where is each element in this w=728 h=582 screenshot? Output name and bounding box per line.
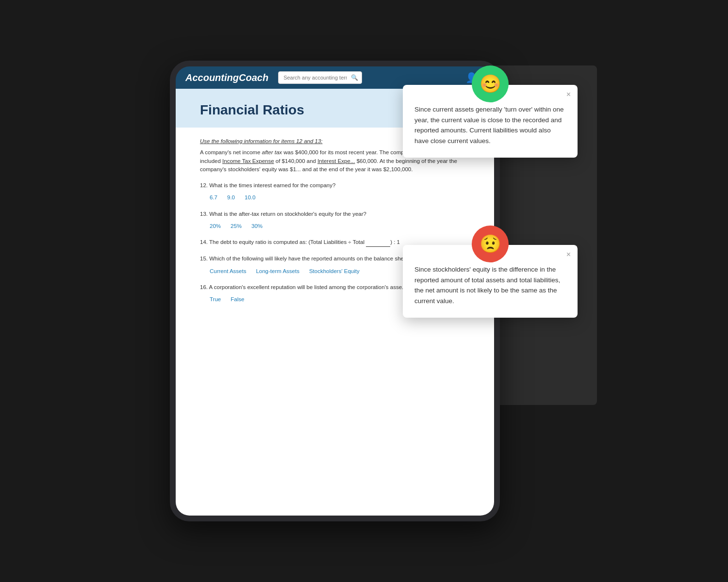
option-16-a[interactable]: True xyxy=(210,295,221,304)
happy-feedback-text: Since current assets generally 'turn ove… xyxy=(414,104,566,146)
close-happy-popup-button[interactable]: × xyxy=(566,91,571,98)
search-bar[interactable]: 🔍 xyxy=(278,71,362,84)
question-12-text: 12. What is the times interest earned fo… xyxy=(200,181,470,190)
fill-blank-14 xyxy=(366,238,390,247)
question-13-options: 20% 25% 30% xyxy=(200,222,470,230)
search-icon: 🔍 xyxy=(351,74,358,81)
question-13-text: 13. What is the after-tax return on stoc… xyxy=(200,210,470,218)
feedback-popup-incorrect: 😟 × Since stockholders' equity is the di… xyxy=(403,245,578,318)
option-15-b[interactable]: Long-term Assets xyxy=(256,267,299,275)
option-15-c[interactable]: Stockholders' Equity xyxy=(309,267,360,275)
close-sad-popup-button[interactable]: × xyxy=(566,251,571,259)
question-13: 13. What is the after-tax return on stoc… xyxy=(200,210,470,231)
logo-label: AccountingCoach xyxy=(185,72,268,83)
option-16-b[interactable]: False xyxy=(231,295,244,304)
option-15-a[interactable]: Current Assets xyxy=(210,267,246,275)
option-13-a[interactable]: 20% xyxy=(210,222,221,230)
question-12: 12. What is the times interest earned fo… xyxy=(200,181,470,202)
option-13-b[interactable]: 25% xyxy=(231,222,242,230)
option-13-c[interactable]: 30% xyxy=(251,222,263,230)
feedback-popup-correct: 😊 × Since current assets generally 'turn… xyxy=(403,85,578,158)
scene: AccountingCoach 🔍 👤 ▾ Financial Ratios xyxy=(146,36,582,546)
option-12-c[interactable]: 10.0 xyxy=(245,194,255,202)
logo-text: AccountingCoach xyxy=(185,72,268,83)
logo: AccountingCoach xyxy=(185,72,268,83)
search-input[interactable] xyxy=(278,71,362,84)
option-12-a[interactable]: 6.7 xyxy=(210,194,217,202)
page-body: Use the following information for items … xyxy=(176,128,494,516)
sad-face-icon: 😟 xyxy=(472,226,509,262)
option-12-b[interactable]: 9.0 xyxy=(227,194,235,202)
question-12-options: 6.7 9.0 10.0 xyxy=(200,194,470,202)
happy-face-icon: 😊 xyxy=(472,65,509,102)
sad-feedback-text: Since stockholders' equity is the differ… xyxy=(414,264,566,306)
